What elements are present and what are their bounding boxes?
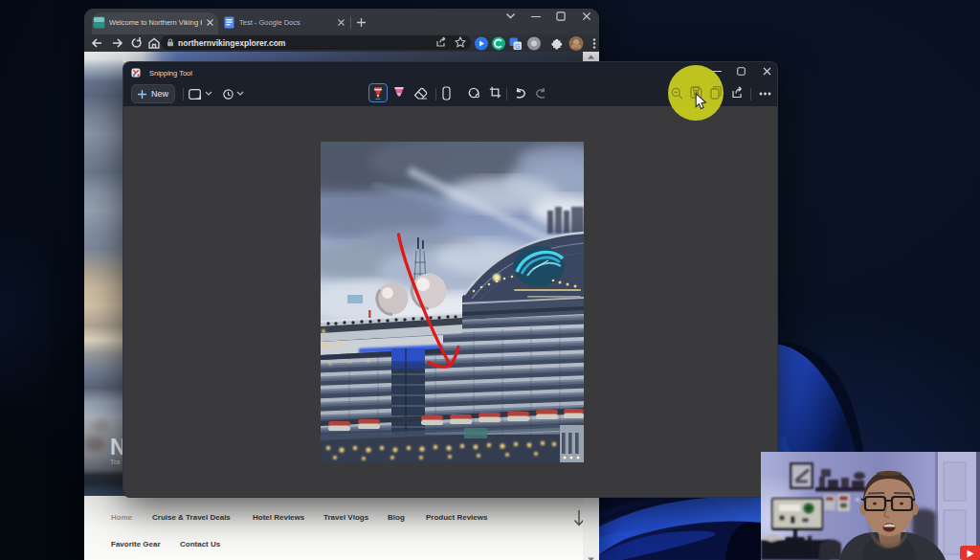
svg-text:G: G [515,42,520,49]
